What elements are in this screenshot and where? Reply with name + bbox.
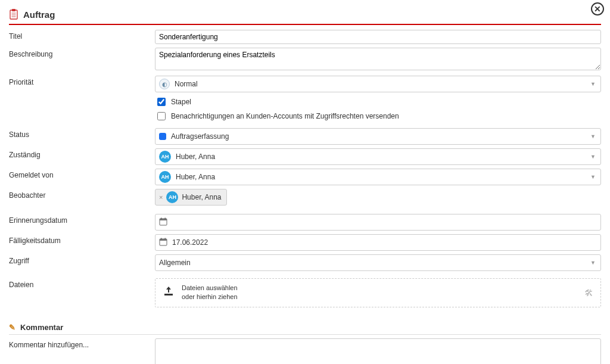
label-gemeldet: Gemeldet von xyxy=(9,169,155,179)
reporter-value: Huber, Anna xyxy=(176,173,215,181)
status-select[interactable]: Auftragserfassung ▼ xyxy=(155,128,601,145)
label-beschreibung: Beschreibung xyxy=(9,48,155,58)
clipboard-icon xyxy=(9,8,18,20)
observer-name: Huber, Anna xyxy=(182,193,221,201)
status-value: Auftragserfassung xyxy=(171,132,229,141)
access-value: Allgemein xyxy=(159,259,191,267)
due-date-input[interactable]: 17.06.2022 xyxy=(155,234,601,251)
assignee-select[interactable]: AH Huber, Anna ▼ xyxy=(155,148,601,165)
due-date-value: 17.06.2022 xyxy=(172,238,208,247)
label-titel: Titel xyxy=(9,30,155,41)
calendar-icon xyxy=(159,217,167,228)
dialog-header: Auftrag ✕ xyxy=(9,6,601,25)
svg-rect-13 xyxy=(164,294,173,295)
stack-checkbox[interactable] xyxy=(157,98,166,106)
label-faelligkeit: Fälligkeitsdatum xyxy=(9,234,155,245)
label-zustaendig: Zuständig xyxy=(9,148,155,159)
priority-select[interactable]: ◐ Normal ▼ xyxy=(155,76,601,92)
title-input[interactable] xyxy=(155,30,601,44)
chevron-down-icon: ▼ xyxy=(590,174,596,180)
label-dateien: Dateien xyxy=(9,278,155,289)
observer-chip[interactable]: × AH Huber, Anna xyxy=(155,189,227,206)
remove-chip-icon[interactable]: × xyxy=(159,194,163,201)
priority-normal-icon: ◐ xyxy=(159,79,170,89)
label-beobachter: Beobachter xyxy=(9,189,155,200)
form: Titel Beschreibung Spezialanforderung ei… xyxy=(9,25,601,364)
comment-section-header: ✎ Kommentar xyxy=(9,321,601,335)
svg-rect-6 xyxy=(160,219,167,220)
svg-rect-10 xyxy=(160,239,167,241)
comment-textarea[interactable] xyxy=(155,338,601,364)
page-title: Auftrag xyxy=(23,10,55,20)
svg-rect-7 xyxy=(161,217,162,219)
label-zugriff: Zugriff xyxy=(9,254,155,265)
comment-icon: ✎ xyxy=(9,323,15,332)
calendar-icon xyxy=(159,238,167,248)
label-prioritaet: Priorität xyxy=(9,76,155,86)
svg-rect-1 xyxy=(12,9,15,11)
avatar: AH xyxy=(166,191,178,203)
label-erinnerung: Erinnerungsdatum xyxy=(9,214,155,225)
reporter-select[interactable]: AH Huber, Anna ▼ xyxy=(155,169,601,185)
tools-icon[interactable]: 🛠 xyxy=(584,288,593,298)
priority-value: Normal xyxy=(175,80,198,88)
notify-checkbox[interactable] xyxy=(157,112,166,120)
assignee-value: Huber, Anna xyxy=(176,153,215,161)
chevron-down-icon: ▼ xyxy=(590,154,596,160)
svg-rect-12 xyxy=(165,238,166,239)
status-color-icon xyxy=(159,133,166,140)
avatar: AH xyxy=(159,151,171,163)
avatar: AH xyxy=(159,171,171,183)
chevron-down-icon: ▼ xyxy=(590,133,596,139)
close-button[interactable]: ✕ xyxy=(591,2,604,15)
notify-label: Benachrichtigungen an Kunden-Accounts mi… xyxy=(171,112,399,120)
upload-icon xyxy=(163,285,175,300)
description-textarea[interactable]: Spezialanforderung eines Ersatzteils xyxy=(155,48,601,70)
access-select[interactable]: Allgemein ▼ xyxy=(155,254,601,271)
stack-label: Stapel xyxy=(171,98,191,106)
file-drop-text: Dateien auswählen oder hierhin ziehen xyxy=(182,284,238,302)
svg-rect-8 xyxy=(165,217,166,219)
svg-rect-11 xyxy=(161,238,162,239)
reminder-date-input[interactable] xyxy=(155,214,601,231)
label-status: Status xyxy=(9,128,155,139)
comment-heading: Kommentar xyxy=(20,323,63,332)
file-dropzone[interactable]: Dateien auswählen oder hierhin ziehen 🛠 xyxy=(155,278,601,307)
label-add-comment: Kommentar hinzufügen... xyxy=(9,338,155,349)
chevron-down-icon: ▼ xyxy=(590,81,596,87)
chevron-down-icon: ▼ xyxy=(590,260,596,266)
